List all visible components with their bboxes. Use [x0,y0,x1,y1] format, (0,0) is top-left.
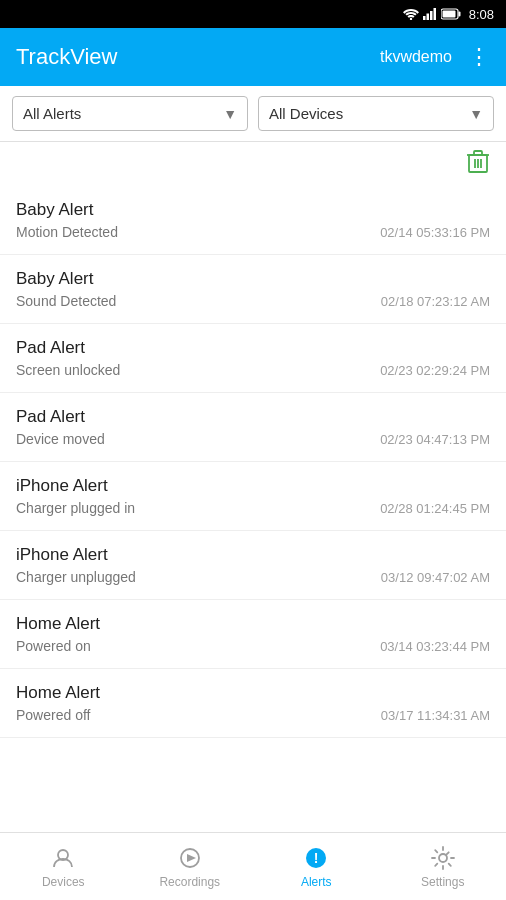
filter-bar: All Alerts ▼ All Devices ▼ [0,86,506,142]
battery-icon [441,8,461,20]
nav-item-alerts[interactable]: ! Alerts [253,837,380,897]
alert-item[interactable]: Home Alert Powered off 03/17 11:34:31 AM [0,669,506,738]
alert-title: Pad Alert [16,338,490,358]
alert-list: Baby Alert Motion Detected 02/14 05:33:1… [0,186,506,835]
alert-item[interactable]: iPhone Alert Charger plugged in 02/28 01… [0,462,506,531]
alert-subtitle: Device moved [16,431,105,447]
alert-item[interactable]: Pad Alert Device moved 02/23 04:47:13 PM [0,393,506,462]
alert-subtitle: Charger plugged in [16,500,135,516]
alerts-filter-label: All Alerts [23,105,81,122]
alert-subtitle: Motion Detected [16,224,118,240]
settings-icon [430,845,456,871]
status-icons: 8:08 [403,7,494,22]
devices-icon [50,845,76,871]
alert-meta: Powered off 03/17 11:34:31 AM [16,707,490,723]
alert-subtitle: Powered off [16,707,90,723]
alert-time: 02/23 04:47:13 PM [380,432,490,447]
menu-button[interactable]: ⋮ [468,44,490,70]
svg-rect-2 [426,14,429,21]
username-display: tkvwdemo [380,48,452,66]
alerts-icon: ! [303,845,329,871]
alert-time: 03/17 11:34:31 AM [381,708,490,723]
alert-title: iPhone Alert [16,545,490,565]
alert-time: 02/23 02:29:24 PM [380,363,490,378]
svg-marker-16 [187,854,196,862]
nav-item-settings[interactable]: Settings [380,837,507,897]
alert-title: Home Alert [16,683,490,703]
nav-item-recordings[interactable]: Recordings [127,837,254,897]
svg-rect-4 [433,8,436,20]
alert-title: Baby Alert [16,269,490,289]
nav-label-recordings: Recordings [159,875,220,889]
nav-label-alerts: Alerts [301,875,332,889]
wifi-icon [403,8,419,20]
alerts-filter-arrow: ▼ [223,106,237,122]
alert-subtitle: Screen unlocked [16,362,120,378]
alert-subtitle: Sound Detected [16,293,116,309]
alert-meta: Motion Detected 02/14 05:33:16 PM [16,224,490,240]
nav-label-settings: Settings [421,875,464,889]
toolbar [0,142,506,186]
trash-icon [466,148,490,174]
devices-filter-label: All Devices [269,105,343,122]
svg-rect-6 [458,12,460,17]
status-bar: 8:08 [0,0,506,28]
svg-rect-1 [423,16,426,20]
svg-rect-7 [442,11,455,18]
delete-button[interactable] [466,148,490,180]
alert-title: Baby Alert [16,200,490,220]
svg-point-19 [439,854,447,862]
alert-time: 02/14 05:33:16 PM [380,225,490,240]
alert-subtitle: Charger unplugged [16,569,136,585]
alert-title: Home Alert [16,614,490,634]
devices-filter-arrow: ▼ [469,106,483,122]
recordings-icon [177,845,203,871]
alert-meta: Powered on 03/14 03:23:44 PM [16,638,490,654]
svg-rect-3 [430,11,433,20]
svg-point-0 [409,18,411,20]
nav-label-devices: Devices [42,875,85,889]
alert-meta: Sound Detected 02/18 07:23:12 AM [16,293,490,309]
alert-subtitle: Powered on [16,638,91,654]
alert-item[interactable]: Baby Alert Motion Detected 02/14 05:33:1… [0,186,506,255]
alert-item[interactable]: Home Alert Powered on 03/14 03:23:44 PM [0,600,506,669]
alert-time: 02/18 07:23:12 AM [381,294,490,309]
top-bar-right: tkvwdemo ⋮ [380,44,490,70]
alert-meta: Charger unplugged 03/12 09:47:02 AM [16,569,490,585]
top-bar: TrackView tkvwdemo ⋮ [0,28,506,86]
alert-time: 03/12 09:47:02 AM [381,570,490,585]
alert-item[interactable]: Pad Alert Screen unlocked 02/23 02:29:24… [0,324,506,393]
alerts-filter[interactable]: All Alerts ▼ [12,96,248,131]
alert-meta: Device moved 02/23 04:47:13 PM [16,431,490,447]
alert-meta: Charger plugged in 02/28 01:24:45 PM [16,500,490,516]
alert-time: 02/28 01:24:45 PM [380,501,490,516]
app-title: TrackView [16,44,117,70]
alert-item[interactable]: Baby Alert Sound Detected 02/18 07:23:12… [0,255,506,324]
alert-time: 03/14 03:23:44 PM [380,639,490,654]
alert-title: Pad Alert [16,407,490,427]
svg-text:!: ! [314,850,319,866]
nav-item-devices[interactable]: Devices [0,837,127,897]
alert-title: iPhone Alert [16,476,490,496]
bottom-nav: Devices Recordings ! Alerts Settings [0,832,506,900]
time-display: 8:08 [469,7,494,22]
devices-filter[interactable]: All Devices ▼ [258,96,494,131]
signal-icon [423,8,437,20]
alert-item[interactable]: iPhone Alert Charger unplugged 03/12 09:… [0,531,506,600]
alert-meta: Screen unlocked 02/23 02:29:24 PM [16,362,490,378]
